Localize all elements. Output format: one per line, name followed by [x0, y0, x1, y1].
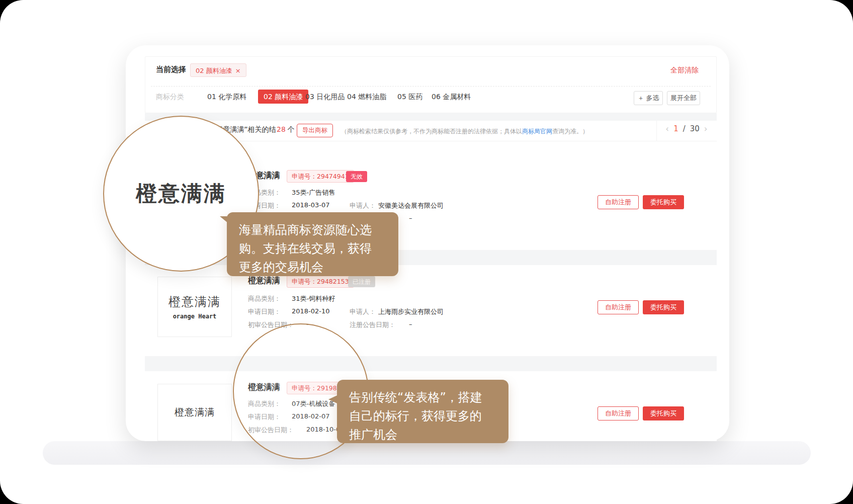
- trademark-image-cn-text: 橙意满满: [175, 406, 215, 419]
- multi-select-label: 多选: [646, 94, 659, 103]
- self-register-button[interactable]: 自助注册: [598, 300, 639, 314]
- category-item-02-selected[interactable]: 02 颜料油漆: [258, 90, 308, 104]
- status-badge: 已注册: [348, 276, 375, 287]
- tooltip-marketplace: 海量精品商标资源随心选 购。支持在线交易，获得 更多的交易机会: [227, 212, 398, 276]
- application-number-value: 29474941: [317, 173, 349, 180]
- disclaimer-text: （商标检索结果仅供参考，不作为商标能否注册的法律依据；具体以: [341, 128, 522, 135]
- dashed-divider: [151, 86, 711, 87]
- tooltip-text: 自己的标行，获得更多的: [349, 407, 508, 426]
- category-item-04[interactable]: 04 燃料油脂: [347, 93, 386, 102]
- pagination: ‹ 1 / 30 ›: [657, 124, 716, 133]
- tooltip-text: 告别传统“发表格”，搭建: [349, 388, 508, 407]
- disclaimer-text-end: 查询为准。）: [552, 128, 588, 135]
- registration-publication-label: 注册公告日期：: [350, 320, 395, 329]
- results-count: 28: [277, 125, 286, 134]
- category-item-05[interactable]: 05 医药: [397, 93, 422, 102]
- category-field-value: 31类-饲料种籽: [292, 294, 335, 303]
- export-trademarks-button[interactable]: 导出商标: [297, 124, 333, 137]
- application-number-label: 申请号：: [292, 278, 317, 285]
- current-page: 1: [673, 124, 678, 133]
- category-row-label: 商标分类: [156, 93, 184, 102]
- result-row-2: 橙意满满 orange Heart 橙意满满 申请号：29482153 已注册 …: [145, 265, 717, 356]
- application-number-tag: 申请号：29482153: [287, 275, 354, 288]
- current-selection-label: 当前选择: [156, 65, 186, 74]
- tooltip-arrow-icon: [220, 216, 231, 225]
- application-number-tag: 申请号：29474941: [287, 170, 354, 183]
- applicant-label: 申请人：: [350, 307, 376, 316]
- tooltip-text: 推广机会: [349, 426, 508, 444]
- trademark-image-cn-text: 橙意满满: [168, 294, 221, 310]
- multi-select-button[interactable]: ＋ 多选: [634, 91, 663, 105]
- category-item-06[interactable]: 06 金属材料: [432, 93, 471, 102]
- expand-all-button[interactable]: 展开全部: [667, 91, 700, 105]
- trademark-image: 橙意满满 orange Heart: [157, 277, 232, 337]
- results-count-unit: 个: [288, 125, 295, 134]
- trademark-image: 橙意满满: [157, 384, 232, 441]
- tooltip-text: 更多的交易机会: [239, 258, 398, 277]
- total-pages: 30: [690, 124, 700, 133]
- application-number-value: 29482153: [317, 278, 349, 285]
- entrust-buy-button[interactable]: 委托购买: [643, 406, 684, 421]
- entrust-buy-button[interactable]: 委托购买: [643, 195, 684, 209]
- tooltip-text: 海量精品商标资源随心选: [239, 221, 398, 239]
- applicant-label: 申请人：: [350, 201, 376, 210]
- applicant-value: 上海雨步实业有限公司: [378, 307, 444, 316]
- trademark-name[interactable]: 橙意满满: [248, 276, 280, 286]
- page-separator: /: [683, 124, 686, 133]
- chevron-left-icon[interactable]: ‹: [665, 125, 669, 133]
- trademark-office-link[interactable]: 商标局官网: [522, 128, 552, 135]
- entrust-buy-button[interactable]: 委托购买: [643, 300, 684, 314]
- close-icon[interactable]: ×: [235, 67, 241, 74]
- self-register-button[interactable]: 自助注册: [598, 406, 639, 421]
- selected-filter-tag[interactable]: 02 颜料油漆×: [190, 63, 246, 77]
- chevron-right-icon[interactable]: ›: [704, 125, 708, 133]
- selected-filter-tag-label: 02 颜料油漆: [196, 67, 232, 74]
- apply-date-value: 2018-03-07: [292, 201, 330, 209]
- application-number-label: 申请号：: [292, 173, 317, 180]
- tooltip-arrow-icon: [328, 394, 340, 405]
- results-disclaimer: （商标检索结果仅供参考，不作为商标能否注册的法律依据；具体以商标局官网查询为准。…: [341, 127, 588, 136]
- registration-publication-value: –: [409, 214, 412, 222]
- category-field-label: 商品类别：: [248, 294, 281, 303]
- applicant-value: 安徽美达会展有限公司: [378, 201, 444, 210]
- clear-all-button[interactable]: 全部清除: [670, 66, 699, 75]
- category-item-03[interactable]: 03 日化用品: [305, 93, 345, 102]
- registration-publication-value: –: [409, 320, 412, 328]
- tooltip-text: 购。支持在线交易，获得: [239, 239, 398, 258]
- laptop-base: [43, 441, 811, 465]
- trademark-image-en-text: orange Heart: [173, 313, 217, 320]
- category-item-01[interactable]: 01 化学原料: [207, 93, 246, 102]
- plus-icon: ＋: [637, 94, 644, 103]
- apply-date-value: 2018-02-10: [292, 307, 330, 315]
- magnified-trademark-text: 橙意满满: [136, 180, 226, 208]
- status-badge: 无效: [346, 171, 367, 182]
- apply-date-label: 申请日期：: [248, 307, 281, 316]
- self-register-button[interactable]: 自助注册: [598, 195, 639, 209]
- tooltip-promotion: 告别传统“发表格”，搭建 自己的标行，获得更多的 推广机会: [337, 380, 508, 443]
- category-field-value: 35类-广告销售: [292, 188, 335, 197]
- page: 当前选择 02 颜料油漆× 全部清除 商标分类 01 化学原料 02 颜料油漆 …: [0, 0, 853, 504]
